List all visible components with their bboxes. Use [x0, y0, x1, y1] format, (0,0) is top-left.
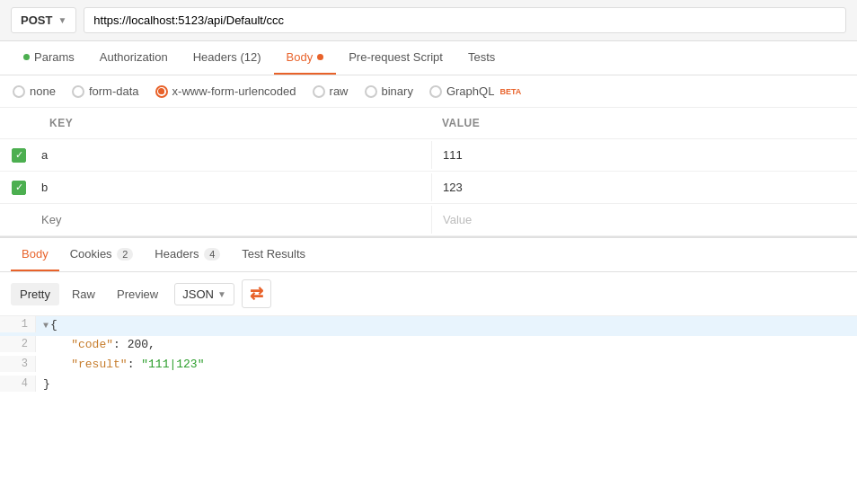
row-1-value[interactable]: 111	[431, 141, 857, 169]
code-line-4: 4 }	[0, 376, 857, 395]
checkmark-icon: ✓	[15, 182, 23, 192]
url-bar: POST ▼	[0, 0, 857, 41]
tab-body[interactable]: Body	[274, 41, 337, 75]
url-input[interactable]	[84, 7, 846, 33]
body-dot	[317, 54, 323, 60]
response-tabs-row: Body Cookies 2 Headers 4 Test Results	[0, 238, 857, 272]
radio-none-circle	[13, 85, 25, 98]
table-row: ✓ 111	[0, 139, 857, 172]
row-3-key-input[interactable]	[38, 206, 431, 234]
code-area: 1 ▼{ 2 "code": 200, 3 "result": "111|123…	[0, 316, 857, 395]
radio-raw-circle	[313, 85, 325, 98]
line-content-4: }	[36, 376, 57, 393]
radio-urlencoded[interactable]: x-www-form-urlencoded	[155, 84, 296, 98]
headers-badge: 4	[204, 248, 220, 261]
col-key-header: KEY	[0, 113, 431, 133]
language-label: JSON	[182, 287, 214, 301]
code-line-1: 1 ▼{	[0, 316, 857, 336]
row-2-checkbox[interactable]: ✓	[12, 181, 26, 195]
cookies-badge: 2	[117, 248, 133, 261]
code-line-2: 2 "code": 200,	[0, 336, 857, 356]
tab-tests-label: Tests	[468, 50, 495, 64]
tab-body-label: Body	[287, 50, 314, 64]
language-arrow-icon: ▼	[217, 289, 226, 299]
tab-authorization-label: Authorization	[100, 50, 168, 64]
radio-raw-label: raw	[330, 84, 349, 98]
line-content-3: "result": "111|123"	[36, 356, 211, 373]
radio-urlencoded-label: x-www-form-urlencoded	[172, 84, 296, 98]
language-select[interactable]: JSON ▼	[174, 283, 234, 305]
body-type-row: none form-data x-www-form-urlencoded raw…	[0, 75, 857, 108]
tab-authorization[interactable]: Authorization	[87, 41, 181, 75]
resp-tab-body-label: Body	[22, 247, 49, 261]
table-header: KEY VALUE	[0, 108, 857, 139]
resp-tab-headers-label: Headers	[155, 247, 199, 261]
params-dot	[23, 54, 30, 60]
resp-tab-headers[interactable]: Headers 4	[144, 238, 231, 271]
radio-none[interactable]: none	[13, 84, 56, 98]
row-2-checkbox-cell: ✓	[0, 181, 38, 195]
request-tabs: Params Authorization Headers (12) Body P…	[0, 41, 857, 75]
line-num-4: 4	[0, 376, 36, 392]
code-line-3: 3 "result": "111|123"	[0, 356, 857, 376]
row-1-key-input[interactable]	[38, 141, 431, 169]
tab-headers[interactable]: Headers (12)	[181, 41, 274, 75]
radio-binary-label: binary	[382, 84, 413, 98]
wrap-icon: ⇄	[250, 285, 263, 303]
row-2-key-input[interactable]	[38, 173, 431, 201]
resp-tab-cookies-label: Cookies	[70, 247, 112, 261]
line-content-1: ▼{	[36, 316, 65, 333]
radio-graphql[interactable]: GraphQL BETA	[429, 84, 521, 98]
resp-tab-cookies[interactable]: Cookies 2	[59, 238, 145, 271]
wrap-button[interactable]: ⇄	[242, 279, 271, 308]
tab-headers-label: Headers (12)	[193, 50, 261, 64]
response-section: Body Cookies 2 Headers 4 Test Results Pr…	[0, 236, 857, 395]
format-pretty-btn[interactable]: Pretty	[11, 283, 59, 305]
radio-form-data[interactable]: form-data	[72, 84, 139, 98]
line-num-1: 1	[0, 316, 36, 332]
tab-tests[interactable]: Tests	[455, 41, 508, 75]
row-1-checkbox-cell: ✓	[0, 148, 38, 163]
tab-pre-request-label: Pre-request Script	[349, 50, 443, 64]
resp-tab-test-results-label: Test Results	[242, 247, 305, 261]
tab-params-label: Params	[34, 50, 75, 64]
response-toolbar: Pretty Raw Preview JSON ▼ ⇄	[0, 272, 857, 316]
radio-raw[interactable]: raw	[313, 84, 349, 98]
col-value-header: VALUE	[431, 113, 857, 133]
line-num-2: 2	[0, 336, 36, 352]
method-select[interactable]: POST ▼	[11, 7, 76, 33]
radio-binary-circle	[365, 85, 377, 98]
table-row: ✓ 123	[0, 172, 857, 204]
line-num-3: 3	[0, 356, 36, 372]
row-2-value[interactable]: 123	[431, 173, 857, 201]
radio-binary[interactable]: binary	[365, 84, 413, 98]
method-label: POST	[21, 13, 52, 27]
row-3-checkbox-cell	[0, 213, 38, 227]
resp-tab-test-results[interactable]: Test Results	[231, 238, 316, 271]
radio-none-label: none	[30, 84, 56, 98]
tab-pre-request[interactable]: Pre-request Script	[336, 41, 455, 75]
row-3-value[interactable]: Value	[431, 206, 857, 234]
table-area: KEY VALUE ✓ 111 ✓ 123 Value	[0, 108, 857, 236]
row-1-checkbox[interactable]: ✓	[12, 148, 26, 163]
tab-params[interactable]: Params	[11, 41, 87, 75]
method-arrow: ▼	[57, 15, 66, 25]
line-content-2: "code": 200,	[36, 336, 163, 353]
checkmark-icon: ✓	[15, 150, 23, 160]
radio-graphql-circle	[429, 85, 442, 98]
graphql-beta-badge: BETA	[499, 87, 521, 96]
resp-tab-body[interactable]: Body	[11, 238, 59, 271]
format-preview-btn[interactable]: Preview	[108, 283, 167, 305]
radio-urlencoded-circle	[155, 85, 168, 98]
format-raw-btn[interactable]: Raw	[63, 283, 104, 305]
radio-form-data-circle	[72, 85, 84, 98]
radio-graphql-label: GraphQL	[446, 84, 494, 98]
radio-form-data-label: form-data	[89, 84, 139, 98]
table-row: Value	[0, 204, 857, 236]
